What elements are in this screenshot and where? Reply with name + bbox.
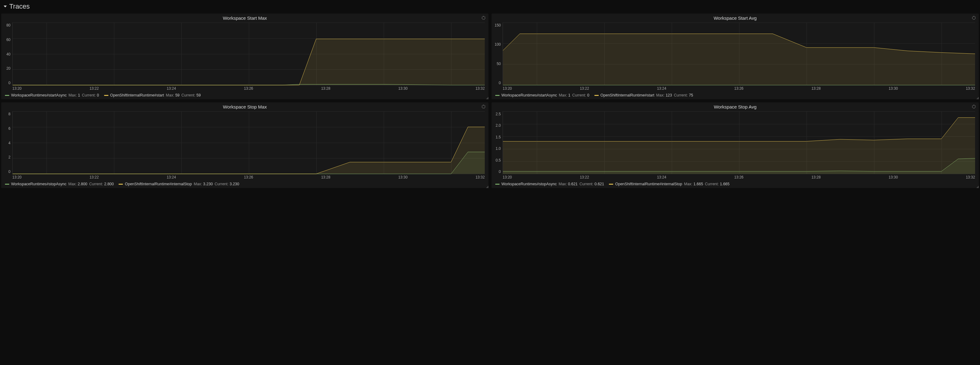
y-tick: 40: [6, 52, 11, 56]
legend-series-name: WorkspaceRuntimes#startAsync: [501, 93, 557, 97]
panel-grid: Workspace Start Max80604020013:2013:2213…: [1, 14, 979, 188]
x-tick: 13:22: [90, 86, 99, 91]
x-tick: 13:30: [889, 175, 898, 179]
plot[interactable]: [503, 111, 975, 174]
legend-series-name: OpenShiftInternalRuntime#internalStop: [615, 182, 682, 186]
resize-handle-icon[interactable]: [976, 97, 979, 99]
y-tick: 0: [8, 81, 11, 85]
legend-swatch-icon: [119, 184, 123, 185]
legend-max: Max: 123: [656, 93, 672, 97]
x-tick: 13:24: [167, 175, 176, 179]
legend-current: Current: 59: [181, 93, 201, 97]
x-tick: 13:26: [244, 86, 253, 91]
legend-swatch-icon: [5, 184, 9, 185]
x-tick: 13:32: [966, 175, 975, 179]
legend-current: Current: 0: [572, 93, 589, 97]
section-header[interactable]: Traces: [1, 1, 979, 12]
y-tick: 6: [8, 126, 11, 131]
legend-series-name: WorkspaceRuntimes#startAsync: [11, 93, 67, 97]
x-tick: 13:20: [503, 175, 512, 179]
x-tick: 13:32: [476, 175, 485, 179]
legend-item[interactable]: OpenShiftInternalRuntime#internalStopMax…: [119, 182, 239, 186]
legend-swatch-icon: [594, 95, 599, 96]
x-tick: 13:26: [734, 86, 743, 91]
x-tick: 13:28: [811, 175, 821, 179]
x-axis: 13:2013:2213:2413:2613:2813:3013:32: [503, 174, 975, 179]
resize-handle-icon[interactable]: [486, 97, 488, 99]
legend-item[interactable]: WorkspaceRuntimes#startAsyncMax: 1Curren…: [5, 93, 99, 97]
legend-swatch-icon: [5, 95, 9, 96]
x-tick: 13:30: [398, 175, 407, 179]
legend-max: Max: 59: [166, 93, 180, 97]
y-axis: 2.52.01.51.00.50: [493, 111, 503, 179]
plot-area[interactable]: 80604020013:2013:2213:2413:2613:2813:301…: [1, 21, 488, 92]
legend-current: Current: 0: [82, 93, 99, 97]
y-tick: 80: [6, 23, 11, 27]
y-tick: 2: [8, 155, 11, 159]
legend-series-name: WorkspaceRuntimes#stopAsync: [11, 182, 67, 186]
resize-handle-icon[interactable]: [976, 186, 979, 188]
x-tick: 13:26: [734, 175, 743, 179]
x-tick: 13:28: [321, 175, 331, 179]
legend-max: Max: 1: [68, 93, 80, 97]
x-tick: 13:30: [398, 86, 407, 91]
x-tick: 13:20: [12, 175, 22, 179]
y-axis: 806040200: [3, 22, 12, 91]
legend-series-name: OpenShiftInternalRuntime#start: [110, 93, 164, 97]
legend-series-name: WorkspaceRuntimes#stopAsync: [501, 182, 557, 186]
legend-swatch-icon: [495, 184, 500, 185]
x-tick: 13:24: [657, 86, 666, 91]
x-tick: 13:32: [476, 86, 485, 91]
y-axis: 86420: [3, 111, 12, 179]
legend-item[interactable]: OpenShiftInternalRuntime#internalStopMax…: [609, 182, 729, 186]
panel-ws-stop-max[interactable]: Workspace Stop Max8642013:2013:2213:2413…: [1, 102, 488, 188]
x-tick: 13:24: [167, 86, 176, 91]
panel-ws-start-avg[interactable]: Workspace Start Avg15010050013:2013:2213…: [492, 14, 979, 99]
panel-ws-start-max[interactable]: Workspace Start Max80604020013:2013:2213…: [1, 14, 488, 99]
y-tick: 2.0: [496, 123, 501, 128]
panel-title: Workspace Stop Avg: [492, 102, 979, 110]
resize-handle-icon[interactable]: [486, 186, 488, 188]
panel-title: Workspace Stop Max: [1, 102, 488, 110]
x-tick: 13:28: [321, 86, 331, 91]
loading-spinner-icon: [972, 16, 976, 20]
x-tick: 13:20: [503, 86, 512, 91]
legend-item[interactable]: OpenShiftInternalRuntime#startMax: 59Cur…: [104, 93, 201, 97]
plot[interactable]: [12, 111, 485, 174]
x-tick: 13:20: [12, 86, 22, 91]
plot[interactable]: [503, 22, 975, 85]
legend: WorkspaceRuntimes#startAsyncMax: 1Curren…: [1, 92, 488, 99]
legend-item[interactable]: WorkspaceRuntimes#startAsyncMax: 1Curren…: [495, 93, 589, 97]
legend-series-name: OpenShiftInternalRuntime#start: [601, 93, 654, 97]
plot[interactable]: [12, 22, 485, 85]
legend-max: Max: 1.665: [684, 182, 703, 186]
legend-item[interactable]: WorkspaceRuntimes#stopAsyncMax: 0.621Cur…: [495, 182, 604, 186]
plot-area[interactable]: 15010050013:2013:2213:2413:2613:2813:301…: [492, 21, 979, 92]
chevron-down-icon: [4, 6, 7, 7]
panel-title: Workspace Start Max: [1, 14, 488, 21]
legend-item[interactable]: OpenShiftInternalRuntime#startMax: 123Cu…: [594, 93, 693, 97]
x-tick: 13:32: [966, 86, 975, 91]
legend-max: Max: 1: [559, 93, 570, 97]
y-tick: 1.5: [496, 135, 501, 139]
legend-item[interactable]: WorkspaceRuntimes#stopAsyncMax: 2.800Cur…: [5, 182, 114, 186]
x-tick: 13:28: [811, 86, 821, 91]
section-title: Traces: [9, 2, 30, 11]
y-tick: 20: [6, 66, 11, 70]
legend: WorkspaceRuntimes#stopAsyncMax: 0.621Cur…: [492, 181, 979, 188]
legend: WorkspaceRuntimes#startAsyncMax: 1Curren…: [492, 92, 979, 99]
legend-current: Current: 1.665: [705, 182, 730, 186]
plot-area[interactable]: 2.52.01.51.00.5013:2013:2213:2413:2613:2…: [492, 110, 979, 181]
x-axis: 13:2013:2213:2413:2613:2813:3013:32: [12, 85, 485, 91]
y-tick: 0.5: [496, 158, 501, 163]
legend-current: Current: 75: [674, 93, 693, 97]
plot-area[interactable]: 8642013:2013:2213:2413:2613:2813:3013:32: [1, 110, 488, 181]
y-tick: 0: [499, 81, 501, 85]
legend-current: Current: 3.230: [215, 182, 239, 186]
y-tick: 2.5: [496, 112, 501, 116]
x-tick: 13:22: [580, 86, 589, 91]
panel-ws-stop-avg[interactable]: Workspace Stop Avg2.52.01.51.00.5013:201…: [492, 102, 979, 188]
legend-series-name: OpenShiftInternalRuntime#internalStop: [125, 182, 192, 186]
y-tick: 4: [8, 141, 11, 145]
loading-spinner-icon: [482, 16, 485, 20]
